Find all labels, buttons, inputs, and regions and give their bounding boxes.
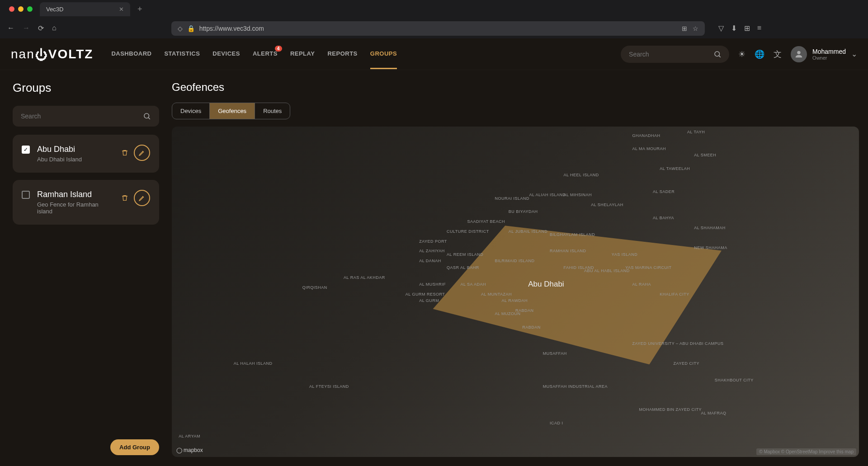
group-checkbox[interactable]: ✓ <box>22 146 30 154</box>
theme-icon[interactable]: ☀ <box>738 49 745 59</box>
group-checkbox[interactable] <box>22 191 30 199</box>
user-menu[interactable]: Mohammed Owner ⌄ <box>791 46 857 62</box>
close-icon[interactable]: ✕ <box>119 6 124 13</box>
nav-icons: ← → ⟳ ⌂ <box>7 24 57 33</box>
header-right: ☀ 🌐 文 Mohammed Owner ⌄ <box>621 46 857 63</box>
map-label: MOHAMMED BIN ZAYED CITY <box>639 407 702 412</box>
forward-icon[interactable]: → <box>23 24 30 33</box>
nav-groups[interactable]: GROUPS <box>370 39 397 69</box>
geofence-polygon[interactable]: Abu Dhabi <box>433 226 722 364</box>
map-label: AL SADER <box>653 189 675 194</box>
pocket-icon[interactable]: ▽ <box>718 24 724 33</box>
add-group-button[interactable]: Add Group <box>110 439 159 455</box>
new-tab-button[interactable]: + <box>134 5 146 14</box>
map-label: QIRQISHAN <box>302 285 327 290</box>
map-label: AL HALAH ISLAND <box>234 361 273 366</box>
tab-pills: Devices Geofences Routes <box>172 103 290 119</box>
extensions-icon[interactable]: ⊞ <box>744 24 750 33</box>
url-text: https://www.vec3d.com <box>199 25 264 32</box>
tab-title: Vec3D <box>46 6 63 13</box>
group-desc: Geo Fence for Ramhan island <box>37 201 114 215</box>
nav-devices[interactable]: DEVICES <box>212 39 240 69</box>
back-icon[interactable]: ← <box>7 24 14 33</box>
user-name: Mohammed <box>812 48 846 55</box>
header-search[interactable] <box>621 46 729 63</box>
map-label: Al SHELAYLAH <box>591 202 623 207</box>
map-label: Musaffah Industrial Area <box>543 384 608 389</box>
trash-icon[interactable] <box>121 149 128 156</box>
search-input[interactable] <box>629 51 708 58</box>
nav-reports[interactable]: REPORTS <box>327 39 357 69</box>
nav-alerts[interactable]: ALERTS 4 <box>253 39 278 69</box>
shield-icon: ◇ <box>178 25 183 32</box>
main-nav: DASHBOARD STATISTICS DEVICES ALERTS 4 RE… <box>111 39 397 69</box>
map-label: SAADIYAT BEACH <box>467 219 505 224</box>
alerts-badge: 4 <box>275 46 282 52</box>
nav-dashboard[interactable]: DASHBOARD <box>111 39 151 69</box>
user-role: Owner <box>812 55 846 61</box>
search-icon[interactable] <box>143 112 151 120</box>
map-label: AL TAWEELAH <box>660 166 690 171</box>
sidebar: Groups ✓ Abu Dhabi Abu Dhabi Island <box>0 70 172 466</box>
sidebar-search[interactable] <box>13 106 159 127</box>
map-label: AL ARYAM <box>179 434 200 438</box>
group-title: Abu Dhabi <box>37 145 114 154</box>
globe-icon[interactable]: 🌐 <box>755 49 764 59</box>
tab-geofences[interactable]: Geofences <box>210 103 255 119</box>
map-label: SHAKHBOUT CITY <box>715 378 754 382</box>
edit-icon[interactable] <box>134 145 150 161</box>
svg-point-0 <box>715 52 720 56</box>
address-box[interactable]: ◇ 🔒 https://www.vec3d.com ⊞ ☆ <box>171 21 705 36</box>
svg-line-4 <box>148 118 150 119</box>
map-label: AL HEEL ISLAND <box>563 173 599 177</box>
browser-tab[interactable]: Vec3D ✕ <box>40 2 130 16</box>
browser-chrome: Vec3D ✕ + ← → ⟳ ⌂ ◇ 🔒 https://www.vec3d.… <box>0 0 868 38</box>
group-actions <box>121 145 150 161</box>
tab-bar: Vec3D ✕ + <box>0 0 868 18</box>
user-info: Mohammed Owner <box>812 48 846 61</box>
map-label: GHANADHAH <box>632 133 660 138</box>
map[interactable]: Abu Dhabi ◯mapbox © Mapbox © OpenStreetM… <box>172 127 859 457</box>
group-info: Abu Dhabi Abu Dhabi Island <box>37 145 114 163</box>
nav-replay[interactable]: REPLAY <box>290 39 315 69</box>
group-card[interactable]: ✓ Abu Dhabi Abu Dhabi Island <box>13 135 159 173</box>
group-desc: Abu Dhabi Island <box>37 156 114 163</box>
map-label: AL RAS AL AKHDAR <box>344 275 385 280</box>
trash-icon[interactable] <box>121 194 128 202</box>
nav-alerts-label: ALERTS <box>253 50 278 57</box>
home-icon[interactable]: ⌂ <box>52 24 57 33</box>
lock-icon: 🔒 <box>187 25 195 32</box>
menu-icon[interactable]: ≡ <box>757 24 761 33</box>
group-card[interactable]: Ramhan Island Geo Fence for Ramhan islan… <box>13 180 159 225</box>
search-icon[interactable] <box>713 50 722 58</box>
window-minimize[interactable] <box>18 6 24 12</box>
edit-icon[interactable] <box>134 190 150 206</box>
grid-icon[interactable]: ⊞ <box>682 25 687 32</box>
svg-line-1 <box>719 56 720 57</box>
sidebar-search-input[interactable] <box>21 113 137 120</box>
group-title: Ramhan Island <box>37 190 114 199</box>
logo: nan⏻VOLTZ <box>11 47 93 61</box>
map-attribution[interactable]: © Mapbox © OpenStreetMap Improve this ma… <box>756 448 856 455</box>
geofence-label: Abu Dhabi <box>528 280 564 289</box>
url-bar: ← → ⟳ ⌂ ◇ 🔒 https://www.vec3d.com ⊞ ☆ ▽ … <box>0 18 868 38</box>
group-actions <box>121 190 150 206</box>
page-title: Geofences <box>172 81 859 94</box>
language-icon[interactable]: 文 <box>774 49 782 60</box>
map-label: AL FTEYSI ISLAND <box>309 384 349 389</box>
app-header: nan⏻VOLTZ DASHBOARD STATISTICS DEVICES A… <box>0 38 868 70</box>
tab-routes[interactable]: Routes <box>255 103 290 119</box>
traffic-lights <box>5 6 36 12</box>
map-label: ICAD I <box>550 421 563 425</box>
bookmark-icon[interactable]: ☆ <box>693 25 698 32</box>
reload-icon[interactable]: ⟳ <box>38 24 44 33</box>
chevron-down-icon: ⌄ <box>851 50 857 58</box>
main: Geofences Devices Geofences Routes Abu D… <box>172 70 868 466</box>
map-label: BU BIYAYDAH <box>509 209 538 214</box>
window-close[interactable] <box>9 6 14 12</box>
nav-statistics[interactable]: STATISTICS <box>164 39 200 69</box>
window-maximize[interactable] <box>27 6 33 12</box>
svg-point-2 <box>797 51 800 54</box>
download-icon[interactable]: ⬇ <box>731 24 737 33</box>
tab-devices[interactable]: Devices <box>172 103 210 119</box>
